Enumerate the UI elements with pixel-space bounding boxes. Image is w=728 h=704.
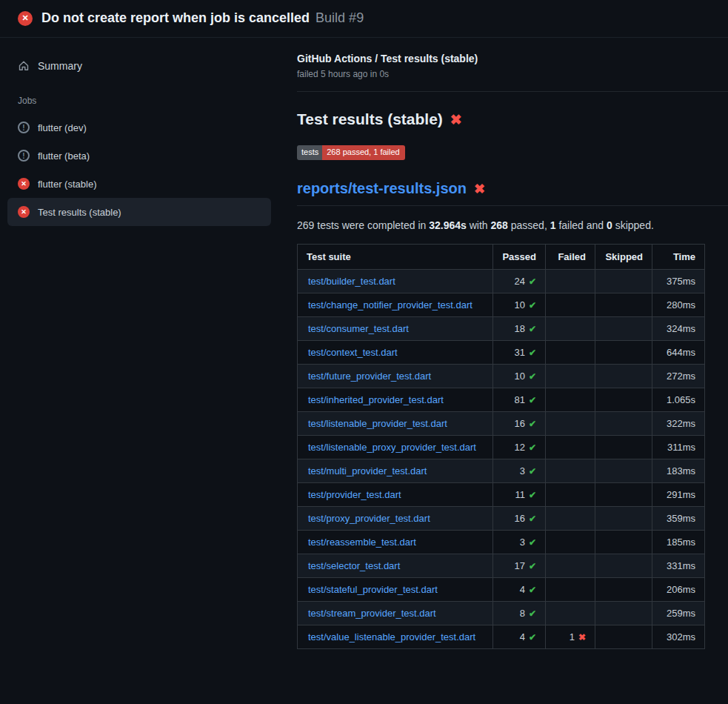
suite-link[interactable]: test/proxy_provider_test.dart — [308, 513, 430, 524]
summary-duration: 32.964s — [429, 219, 467, 231]
passed-count: 17 — [514, 560, 524, 571]
failed-status-icon: ✕ — [18, 206, 30, 218]
result-row: test/builder_test.dart24✔375ms — [298, 270, 705, 293]
passed-count: 31 — [514, 347, 524, 358]
time-cell: 322ms — [652, 412, 705, 436]
failed-cell — [546, 388, 595, 412]
failed-status-icon: ✕ — [18, 178, 30, 190]
suite-link[interactable]: test/multi_provider_test.dart — [308, 465, 427, 476]
skipped-cell — [595, 625, 652, 649]
cross-icon: ✖ — [578, 632, 586, 642]
failed-cross-icon: ✖ — [450, 111, 462, 128]
sidebar-job-item[interactable]: !flutter (beta) — [7, 142, 271, 170]
time-cell: 311ms — [652, 436, 705, 459]
suite-link[interactable]: test/listenable_proxy_provider_test.dart — [308, 442, 476, 453]
check-icon: ✔ — [529, 514, 536, 524]
run-build-number: Build #9 — [315, 10, 364, 26]
suite-link[interactable]: test/future_provider_test.dart — [308, 371, 431, 382]
result-row: test/context_test.dart31✔644ms — [298, 341, 705, 365]
result-row: test/proxy_provider_test.dart16✔359ms — [298, 507, 705, 531]
check-icon: ✔ — [529, 395, 536, 405]
summary-text: with — [467, 219, 491, 231]
suite-link[interactable]: test/value_listenable_provider_test.dart — [308, 631, 475, 642]
time-cell: 375ms — [652, 270, 705, 293]
suite-cell: test/inherited_provider_test.dart — [298, 388, 493, 412]
result-row: test/value_listenable_provider_test.dart… — [298, 625, 705, 649]
results-table-body: test/builder_test.dart24✔375mstest/chang… — [298, 270, 705, 649]
badge-value: 268 passed, 1 failed — [322, 145, 404, 160]
suite-cell: test/proxy_provider_test.dart — [298, 507, 493, 531]
suite-cell: test/builder_test.dart — [298, 270, 493, 293]
suite-link[interactable]: test/context_test.dart — [308, 347, 398, 358]
skipped-cell — [595, 578, 652, 602]
sidebar-job-item[interactable]: ✕Test results (stable) — [7, 198, 271, 226]
sidebar-job-label: flutter (dev) — [38, 122, 87, 133]
neutral-status-icon: ! — [18, 150, 30, 162]
skipped-cell — [595, 293, 652, 317]
result-row: test/reassemble_test.dart3✔185ms — [298, 531, 705, 554]
section-title: Test results (stable) ✖ — [297, 110, 728, 128]
suite-cell: test/reassemble_test.dart — [298, 531, 493, 554]
sidebar-job-label: Test results (stable) — [38, 207, 121, 218]
skipped-cell — [595, 341, 652, 365]
failed-cell — [546, 483, 595, 507]
suite-cell: test/multi_provider_test.dart — [298, 459, 493, 483]
passed-cell: 10✔ — [493, 365, 546, 388]
suite-link[interactable]: test/listenable_provider_test.dart — [308, 418, 447, 429]
section-divider — [297, 91, 728, 92]
result-row: test/multi_provider_test.dart3✔183ms — [298, 459, 705, 483]
suite-link[interactable]: test/reassemble_test.dart — [308, 537, 416, 548]
failed-cell — [546, 317, 595, 341]
passed-count: 3 — [520, 465, 525, 476]
failed-cell — [546, 459, 595, 483]
summary-skipped-count: 0 — [607, 219, 612, 231]
passed-cell: 24✔ — [493, 270, 546, 293]
suite-link[interactable]: test/change_notifier_provider_test.dart — [308, 299, 472, 311]
result-row: test/stateful_provider_test.dart4✔206ms — [298, 578, 705, 602]
section-title-text: Test results (stable) — [297, 110, 443, 128]
result-row: test/selector_test.dart17✔331ms — [298, 554, 705, 578]
result-row: test/provider_test.dart11✔291ms — [298, 483, 705, 507]
time-cell: 185ms — [652, 531, 705, 554]
check-icon: ✔ — [529, 561, 536, 571]
passed-count: 81 — [514, 394, 524, 405]
sidebar-item-summary[interactable]: Summary — [7, 54, 271, 78]
skipped-cell — [595, 554, 652, 578]
suite-link[interactable]: test/selector_test.dart — [308, 560, 400, 571]
col-skipped: Skipped — [595, 245, 652, 270]
suite-link[interactable]: test/provider_test.dart — [308, 489, 401, 500]
time-cell: 183ms — [652, 459, 705, 483]
badge-label: tests — [297, 145, 322, 160]
passed-cell: 8✔ — [493, 602, 546, 625]
suite-link[interactable]: test/stream_provider_test.dart — [308, 608, 436, 619]
suite-link[interactable]: test/stateful_provider_test.dart — [308, 584, 438, 595]
passed-count: 10 — [514, 299, 524, 311]
check-icon: ✔ — [529, 490, 536, 500]
passed-cell: 3✔ — [493, 459, 546, 483]
suite-link[interactable]: test/inherited_provider_test.dart — [308, 394, 444, 405]
results-summary: 269 tests were completed in 32.964s with… — [297, 219, 706, 231]
summary-failed-count: 1 — [550, 219, 556, 231]
passed-cell: 4✔ — [493, 625, 546, 649]
sidebar-job-label: flutter (stable) — [38, 179, 96, 190]
suite-cell: test/value_listenable_provider_test.dart — [298, 625, 493, 649]
suite-cell: test/stream_provider_test.dart — [298, 602, 493, 625]
failed-cell — [546, 602, 595, 625]
sidebar-job-item[interactable]: ✕flutter (stable) — [7, 170, 271, 198]
result-row: test/listenable_proxy_provider_test.dart… — [298, 436, 705, 459]
sidebar-job-item[interactable]: !flutter (dev) — [7, 113, 271, 142]
check-icon: ✔ — [529, 442, 536, 453]
passed-cell: 16✔ — [493, 412, 546, 436]
check-icon: ✔ — [529, 324, 536, 334]
report-link[interactable]: reports/test-results.json — [297, 180, 467, 197]
run-failed-status-icon: ✕ — [18, 11, 33, 26]
suite-link[interactable]: test/builder_test.dart — [308, 276, 395, 287]
check-icon: ✔ — [529, 348, 536, 358]
skipped-cell — [595, 531, 652, 554]
suite-link[interactable]: test/consumer_test.dart — [308, 323, 409, 334]
skipped-cell — [595, 602, 652, 625]
failed-cell — [546, 436, 595, 459]
breadcrumb: GitHub Actions / Test results (stable) — [297, 53, 728, 64]
passed-count: 18 — [514, 323, 524, 334]
time-cell: 359ms — [652, 507, 705, 531]
